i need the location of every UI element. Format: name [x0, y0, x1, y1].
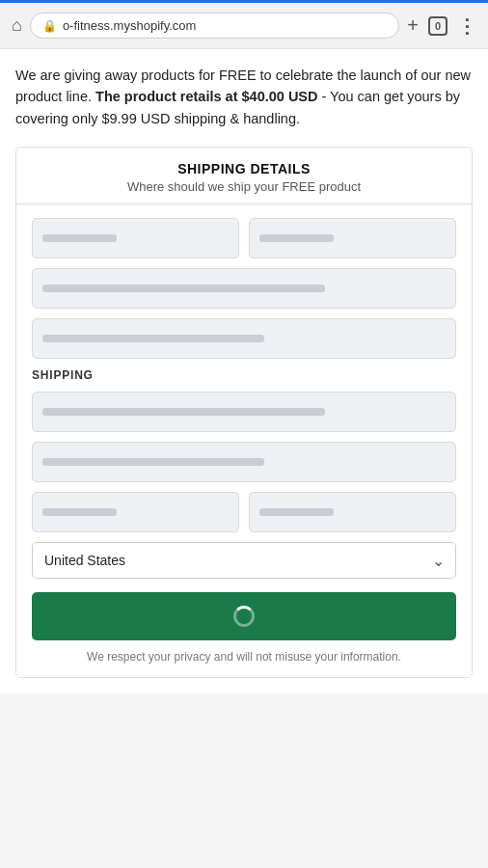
browser-bar: ⌂ 🔒 o-fitness.myshopify.com + 0 ⋮ — [0, 3, 488, 49]
phone-field[interactable] — [249, 492, 456, 532]
country-select[interactable]: United States Canada United Kingdom Aust… — [32, 542, 456, 579]
card-header-subtitle: Where should we ship your FREE product — [32, 179, 456, 194]
zip-phone-row — [32, 492, 456, 532]
city-placeholder — [42, 408, 325, 416]
address2-field[interactable] — [32, 318, 456, 359]
last-name-field[interactable] — [249, 218, 456, 258]
lock-icon: 🔒 — [42, 19, 57, 33]
address2-row — [32, 318, 456, 359]
privacy-text: We respect your privacy and will not mis… — [32, 650, 456, 664]
country-select-wrapper: United States Canada United Kingdom Aust… — [32, 542, 456, 579]
state-placeholder — [42, 458, 264, 466]
phone-placeholder — [259, 508, 334, 516]
shipping-card: SHIPPING DETAILS Where should we ship yo… — [15, 147, 473, 678]
zip-field[interactable] — [32, 492, 239, 532]
home-icon[interactable]: ⌂ — [12, 15, 22, 36]
bottom-area — [0, 693, 488, 790]
last-name-placeholder — [259, 234, 334, 242]
loading-spinner — [233, 606, 255, 627]
city-field[interactable] — [32, 392, 456, 432]
card-header-title: SHIPPING DETAILS — [32, 161, 456, 176]
first-name-field[interactable] — [32, 218, 239, 258]
page-content: We are giving away products for FREE to … — [0, 49, 488, 693]
promo-text: We are giving away products for FREE to … — [15, 65, 473, 129]
address-row — [32, 268, 456, 309]
more-options-icon[interactable]: ⋮ — [457, 14, 476, 38]
city-row — [32, 392, 456, 432]
shipping-section-label: SHIPPING — [32, 368, 456, 382]
url-bar[interactable]: 🔒 o-fitness.myshopify.com — [30, 13, 399, 39]
address2-placeholder — [42, 335, 264, 342]
first-name-placeholder — [42, 234, 117, 242]
card-body: SHIPPING — [16, 204, 472, 677]
state-field[interactable] — [32, 442, 456, 482]
address-placeholder — [42, 285, 325, 292]
tab-count[interactable]: 0 — [428, 16, 447, 36]
name-row — [32, 218, 456, 258]
add-tab-icon[interactable]: + — [407, 14, 419, 37]
promo-text-bold: The product retails at $40.00 USD — [95, 89, 317, 104]
browser-actions: + 0 ⋮ — [407, 14, 476, 38]
url-text: o-fitness.myshopify.com — [63, 18, 196, 33]
card-header: SHIPPING DETAILS Where should we ship yo… — [16, 148, 472, 204]
zip-placeholder — [42, 508, 117, 516]
address-field[interactable] — [32, 268, 456, 309]
state-row — [32, 442, 456, 482]
submit-button[interactable] — [32, 592, 456, 640]
